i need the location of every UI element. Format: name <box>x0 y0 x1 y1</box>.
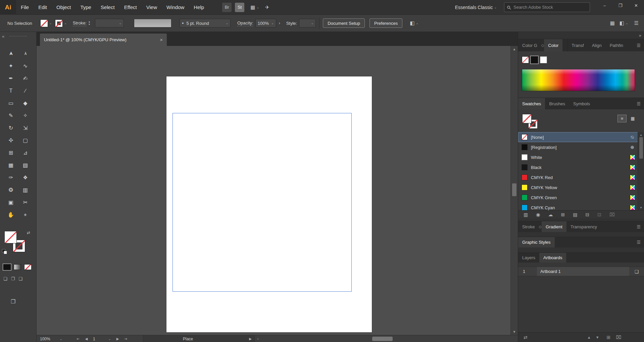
horizontal-scroll-thumb[interactable] <box>372 337 393 341</box>
tools-drag-handle[interactable] <box>9 36 27 37</box>
gradient-button[interactable] <box>14 264 21 270</box>
search-input[interactable] <box>513 4 587 10</box>
color-button[interactable] <box>3 264 11 270</box>
adobe-stock-search[interactable] <box>504 2 590 12</box>
white-color-chip[interactable] <box>540 56 547 63</box>
gradient-tool[interactable]: ▧ <box>18 159 33 171</box>
line-segment-tool[interactable]: ∕ <box>18 84 33 97</box>
panel-grid-icon[interactable]: ▦ <box>610 20 615 26</box>
color-themes-icon[interactable]: ◉ <box>536 212 540 217</box>
artboard-name[interactable]: Artboard 1 <box>537 267 629 276</box>
width-tool[interactable]: ✣ <box>4 134 18 147</box>
swatch-row-cmyk-green[interactable]: CMYK Green <box>518 192 644 203</box>
menu-edit[interactable]: Edit <box>34 0 52 15</box>
opacity-flyout-button[interactable]: › <box>276 19 283 27</box>
magic-wand-tool[interactable]: ✦ <box>4 60 18 72</box>
screen-mode-icon[interactable]: ❐ <box>11 298 15 305</box>
new-artboard-icon[interactable]: ⊞ <box>607 335 611 340</box>
workspace-switcher[interactable]: Essentials Classic <box>455 5 493 10</box>
swatches-fill-proxy[interactable] <box>522 114 532 123</box>
move-up-icon[interactable]: ▲ <box>587 335 591 339</box>
menu-view[interactable]: View <box>142 0 162 15</box>
list-view-icon[interactable]: ≡ <box>617 115 627 122</box>
scroll-down-icon[interactable]: ▼ <box>511 330 518 334</box>
minimize-button[interactable]: – <box>597 0 612 11</box>
stroke-color-swatch[interactable] <box>55 19 63 27</box>
move-down-icon[interactable]: ▼ <box>596 335 599 339</box>
fill-proxy-swatch[interactable] <box>4 231 17 243</box>
selection-tool[interactable]: ➤ <box>5 46 17 61</box>
close-button[interactable]: ✕ <box>628 0 644 11</box>
swatch-scrollbar[interactable]: ▴ ▾ <box>638 132 644 210</box>
tab-artboards[interactable]: Artboards <box>539 253 566 263</box>
color-spectrum[interactable] <box>522 69 635 91</box>
tab-gradient[interactable]: Gradient <box>542 221 566 232</box>
new-swatch-icon[interactable]: ⊡ <box>597 212 601 217</box>
shape-builder-tool[interactable]: ⊞ <box>4 147 18 159</box>
fill-chevron-icon[interactable]: ⌄ <box>49 21 52 25</box>
swap-fill-stroke-icon[interactable]: ⇄ <box>27 230 30 235</box>
canvas[interactable] <box>37 46 518 335</box>
arrange-documents-chevron-icon[interactable]: ⌄ <box>256 6 259 9</box>
delete-artboard-icon[interactable]: ⌧ <box>616 335 621 340</box>
tab-align[interactable]: Align <box>588 39 606 51</box>
controlbar-menu-icon[interactable]: ☰ <box>634 20 639 26</box>
tab-swatches[interactable]: Swatches <box>518 98 545 109</box>
tab-transform[interactable]: Transf <box>567 39 588 51</box>
slice-tool[interactable]: ✂ <box>18 196 33 209</box>
swatch-row-registration[interactable]: [Registration] ⊕ <box>518 142 644 152</box>
gradient-panel-menu-icon[interactable]: ☰ <box>637 224 641 229</box>
preferences-button[interactable]: Preferences <box>369 18 402 28</box>
black-color-chip[interactable] <box>531 56 538 63</box>
swatch-row-cmyk-cyan[interactable]: CMYK Cyan <box>518 203 644 210</box>
first-artboard-icon[interactable]: ⇤ <box>77 337 80 341</box>
zoom-tool[interactable]: ⌖ <box>18 209 33 221</box>
fill-color-swatch[interactable] <box>40 19 48 27</box>
align-options-icon[interactable]: ◧ <box>410 20 414 26</box>
swatch-scroll-thumb[interactable] <box>639 137 643 159</box>
swatch-kinds-icon[interactable]: ⊞ <box>561 212 565 217</box>
swatch-scroll-up-icon[interactable]: ▴ <box>638 133 644 136</box>
tab-symbols[interactable]: Symbols <box>569 98 594 109</box>
vertical-scrollbar[interactable]: ▲ ▼ <box>510 46 518 335</box>
stock-button[interactable]: St <box>235 3 244 12</box>
document-tab[interactable]: Untitled-1* @ 100% (CMYK/GPU Preview) × <box>40 34 167 46</box>
blend-tool[interactable]: ❖ <box>18 171 33 184</box>
scale-tool[interactable]: ⇲ <box>18 122 33 134</box>
tab-stroke[interactable]: Stroke <box>518 221 539 232</box>
restore-button[interactable]: ❐ <box>612 0 628 11</box>
opacity-input[interactable]: 100% ⌄ <box>255 19 276 27</box>
tab-layers[interactable]: Layers <box>518 253 539 263</box>
stepper-down-icon[interactable]: ▾ <box>89 23 94 26</box>
new-color-group-icon[interactable]: ⊟ <box>585 212 589 217</box>
rotate-tool[interactable]: ↻ <box>4 122 18 134</box>
stroke-weight-dropdown[interactable]: ⌄ <box>95 19 124 27</box>
tab-graphic-styles[interactable]: Graphic Styles <box>518 237 555 247</box>
none-button[interactable] <box>24 264 32 270</box>
artboard-page-icon[interactable]: ❏ <box>629 269 644 274</box>
grid-view-icon[interactable]: ▦ <box>628 115 637 122</box>
menu-file[interactable]: File <box>16 0 34 15</box>
eyedropper-tool[interactable]: ✑ <box>4 171 18 184</box>
last-artboard-icon[interactable]: ⇥ <box>124 337 127 341</box>
pen-tool[interactable]: ✒ <box>4 72 18 84</box>
swatches-panel-menu-icon[interactable]: ☰ <box>637 101 641 106</box>
align-options-chevron-icon[interactable]: ⌄ <box>416 21 418 25</box>
move-artwork-icon[interactable]: ⇄ <box>524 335 528 340</box>
tab-color[interactable]: Color <box>544 39 562 51</box>
stroke-chevron-icon[interactable]: ⌄ <box>64 21 67 25</box>
next-artboard-icon[interactable]: ▶ <box>116 337 119 341</box>
zoom-dropdown[interactable]: 100% ⌄ <box>40 335 62 342</box>
style-dropdown[interactable]: ⌄ <box>299 19 316 27</box>
creative-cloud-icon[interactable]: ☁ <box>548 212 553 217</box>
hscroll-left-icon[interactable]: ‹ <box>257 337 258 341</box>
swatch-row-cmyk-red[interactable]: CMYK Red <box>518 172 644 182</box>
menu-type[interactable]: Type <box>76 0 96 15</box>
none-color-chip[interactable] <box>522 56 529 63</box>
lasso-tool[interactable]: ∿ <box>18 60 33 72</box>
delete-swatch-icon[interactable]: ⌧ <box>609 212 615 217</box>
curvature-tool[interactable]: ✍ <box>18 72 33 84</box>
status-menu-icon[interactable]: ▶ <box>249 337 252 341</box>
perspective-grid-tool[interactable]: ⊿ <box>18 147 33 159</box>
shaper-tool[interactable]: ✧ <box>18 109 33 122</box>
